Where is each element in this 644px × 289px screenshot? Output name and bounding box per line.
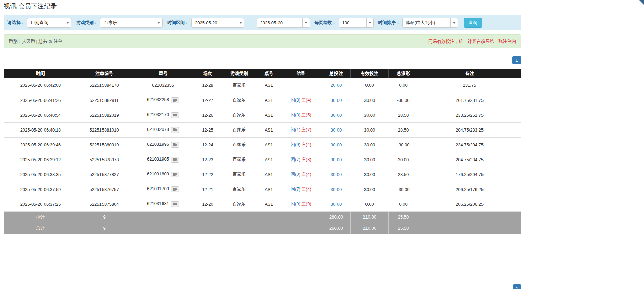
page: 视讯 会员下注纪录 请选择： 日期查询 游戏类别： 百家乐 时间区间： — [0, 0, 644, 289]
cell-total-bet: 30.00 — [322, 122, 351, 137]
total-bet-link[interactable]: 30.00 — [331, 187, 342, 192]
cell-session: 12-27 — [195, 93, 221, 108]
cell-remark: 234.75/204.75 — [418, 137, 521, 152]
total-bet-link[interactable]: 30.00 — [331, 157, 342, 162]
cell-valid-bet: 30.00 — [351, 93, 389, 108]
result-player: 闲(0) — [291, 172, 300, 177]
sort-value: 降幂(由大到小) — [403, 20, 450, 26]
cell-time: 2025-05-20 06:39:12 — [4, 152, 77, 167]
result-banker: 庄(4) — [301, 172, 311, 177]
date-range-label: 时间区间： — [167, 20, 189, 26]
cell-total-bet: 30.00 — [322, 93, 351, 108]
table-footer-row: 总计9260.00210.0025.50 — [4, 223, 521, 234]
page-size-group: 每页笔数： 100 — [315, 18, 374, 28]
column-header: 总派彩 — [389, 69, 418, 78]
cell-time: 2025-05-20 06:38:35 — [4, 167, 77, 182]
total-bet-link[interactable]: 30.00 — [331, 98, 342, 103]
column-header: 场次 — [195, 69, 221, 78]
round-id: 621032258 — [147, 97, 169, 102]
game-type-select[interactable]: 百家乐 — [100, 18, 163, 28]
footer-cell — [195, 223, 221, 234]
cell-remark: 261.75/231.75 — [418, 93, 521, 108]
footer-cell: 25.50 — [389, 223, 418, 234]
table-row: 2025-05-20 06:38:35 522515877827 6210318… — [4, 167, 521, 182]
cell-result: 闲(9)庄(4) — [280, 137, 322, 152]
video-camera-icon[interactable] — [171, 186, 179, 192]
date-range-group: 时间区间： 2025-05-20 — [167, 18, 244, 28]
cell-total-bet: 20.00 — [322, 78, 351, 93]
cell-table-no: AS1 — [258, 122, 280, 137]
cell-time: 2025-05-20 06:42:08 — [4, 78, 77, 93]
cell-game-type: 百家乐 — [221, 182, 258, 197]
cell-game-type: 百家乐 — [221, 152, 258, 167]
total-bet-link[interactable]: 30.00 — [331, 127, 342, 133]
cell-game-type: 百家乐 — [221, 137, 258, 152]
round-id: 621031631 — [147, 201, 169, 206]
sort-group: 时间排序： 降幂(由大到小) — [378, 18, 458, 28]
cell-time: 2025-05-20 06:40:18 — [4, 122, 77, 137]
chevron-down-icon — [302, 18, 310, 27]
round-id: 621031709 — [147, 186, 169, 191]
query-type-select[interactable]: 日期查询 — [27, 18, 71, 28]
cell-session: 12-25 — [195, 122, 221, 137]
cell-round: 621031809 — [131, 167, 195, 182]
footer-cell: 260.00 — [322, 211, 351, 223]
cell-payout: 0.00 — [389, 78, 418, 93]
cell-game-type: 百家乐 — [221, 108, 258, 122]
date-to-select[interactable]: 2025-05-20 — [257, 18, 310, 28]
total-bet-link[interactable]: 20.00 — [331, 83, 342, 88]
table-row: 2025-05-20 06:40:18 522515881010 6210320… — [4, 122, 521, 137]
page-size-select[interactable]: 100 — [339, 18, 374, 28]
cell-session: 12-24 — [195, 137, 221, 152]
table-header-row: 时间注单编号局号场次游戏类别桌号结果总投注有效投注总派彩备注 — [4, 69, 521, 78]
sort-select[interactable]: 降幂(由大到小) — [402, 18, 458, 28]
cell-table-no: AS1 — [258, 167, 280, 182]
table-row: 2025-05-20 06:39:12 522515878978 6210319… — [4, 152, 521, 167]
summary-bar: 币别：人民币 | 总共 :9 注单 | 同局有效投注，统一计算在该局第一张注单内 — [4, 34, 521, 48]
cell-total-bet: 30.00 — [322, 152, 351, 167]
total-bet-link[interactable]: 30.00 — [331, 202, 342, 207]
footer-cell — [280, 223, 322, 234]
cell-session: 12-20 — [195, 197, 221, 211]
result-banker: 庄(7) — [301, 127, 311, 132]
cell-round: 621032170 — [131, 108, 195, 122]
result-player: 闲(1) — [291, 127, 300, 132]
cell-remark: 176.25/204.75 — [418, 167, 521, 182]
round-id: 621032078 — [147, 127, 169, 132]
column-header: 备注 — [418, 69, 521, 78]
cell-session: 12-21 — [195, 182, 221, 197]
cell-valid-bet: 30.00 — [351, 182, 389, 197]
footer-cell — [221, 211, 258, 223]
filter-bar: 请选择： 日期查询 游戏类别： 百家乐 时间区间： 2025-05-20 — [4, 15, 521, 30]
search-button[interactable]: 查询 — [464, 18, 482, 28]
video-camera-icon[interactable] — [171, 201, 179, 207]
total-bet-link[interactable]: 30.00 — [331, 172, 342, 177]
cell-bet-id: 522515881010 — [77, 122, 131, 137]
cell-round: 621031631 — [131, 197, 195, 211]
page-size-label: 每页笔数： — [315, 20, 336, 26]
video-camera-icon[interactable] — [171, 127, 179, 133]
records-table: 时间注单编号局号场次游戏类别桌号结果总投注有效投注总派彩备注 2025-05-2… — [4, 69, 521, 234]
cell-session: 12-22 — [195, 167, 221, 182]
total-bet-link[interactable]: 30.00 — [331, 142, 342, 147]
footer-cell — [131, 211, 195, 223]
cell-payout: 28.50 — [389, 108, 418, 122]
query-type-label: 请选择： — [7, 20, 25, 26]
cell-valid-bet: 0.00 — [351, 78, 389, 93]
total-bet-link[interactable]: 30.00 — [331, 113, 342, 118]
content: 请选择： 日期查询 游戏类别： 百家乐 时间区间： 2025-05-20 — [4, 15, 521, 234]
video-camera-icon[interactable] — [171, 112, 179, 118]
cell-game-type: 百家乐 — [221, 78, 258, 93]
date-from-select[interactable]: 2025-05-20 — [191, 18, 244, 28]
page-button-1[interactable]: 1 — [512, 56, 521, 64]
cell-payout: -30.00 — [389, 182, 418, 197]
cell-payout: -30.00 — [389, 93, 418, 108]
video-camera-icon[interactable] — [171, 142, 179, 148]
cell-valid-bet: 30.00 — [351, 137, 389, 152]
game-type-label: 游戏类别： — [76, 20, 98, 26]
video-camera-icon[interactable] — [171, 172, 179, 177]
page-button-1-bottom[interactable]: 1 — [513, 284, 521, 289]
video-camera-icon[interactable] — [171, 157, 179, 163]
video-camera-icon[interactable] — [171, 97, 179, 103]
result-banker: 庄(4) — [301, 186, 311, 192]
